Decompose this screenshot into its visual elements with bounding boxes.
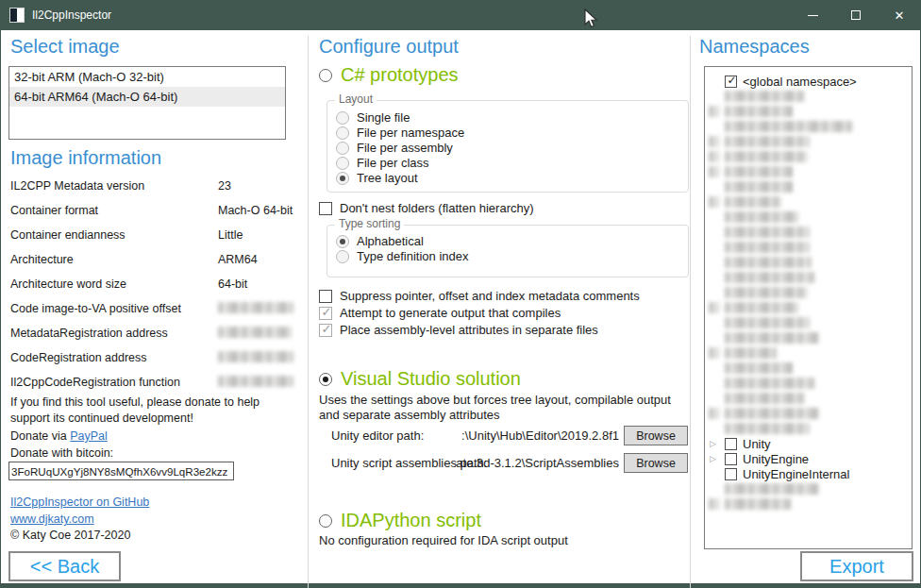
file-per-assembly-radio[interactable] <box>336 142 349 155</box>
info-label: MetadataRegistration address <box>10 327 218 340</box>
tree-layout-radio[interactable] <box>336 172 349 185</box>
separate-attributes-checkbox[interactable]: ✓ <box>319 324 332 337</box>
tree-layout-label: Tree layout <box>357 171 418 185</box>
idapython-radio[interactable] <box>319 514 332 528</box>
namespace-checkbox[interactable] <box>725 468 737 480</box>
idapython-option[interactable]: IDAPython script <box>319 510 481 531</box>
namespace-item-redacted[interactable] <box>705 421 912 436</box>
layout-option-tree-layout[interactable]: Tree layout <box>336 171 418 185</box>
namespace-item-redacted[interactable] <box>705 330 912 345</box>
namespaces-tree[interactable]: ✓<global namespace>▷Unity▷UnityEngineUni… <box>704 66 913 549</box>
info-row: Architecture word size64-bit <box>10 277 293 291</box>
namespace-item-redacted[interactable] <box>705 225 912 240</box>
redacted-namespace <box>725 498 791 510</box>
namespace-item-redacted[interactable] <box>705 496 912 512</box>
namespace-item[interactable]: ▷UnityEngine <box>705 451 912 466</box>
layout-group-label: Layout <box>335 92 377 106</box>
visual-studio-option[interactable]: Visual Studio solution <box>319 368 521 390</box>
flatten-hierarchy-option[interactable]: Don't nest folders (flatten hierarchy) <box>319 201 534 215</box>
image-listbox[interactable]: 32-bit ARM (Mach-O 32-bit)64-bit ARM64 (… <box>8 66 286 140</box>
paypal-link[interactable]: PayPal <box>70 429 108 443</box>
expander-icon[interactable]: ▷ <box>710 439 719 448</box>
csharp-prototypes-option[interactable]: C# prototypes <box>319 64 459 86</box>
image-list-item[interactable]: 64-bit ARM64 (Mach-O 64-bit) <box>9 87 285 107</box>
unity-editor-path-label: Unity editor path: <box>331 428 424 444</box>
namespace-item-redacted[interactable] <box>705 164 912 179</box>
visual-studio-radio[interactable] <box>319 373 332 386</box>
github-link[interactable]: Il2CppInspector on GitHub <box>10 496 149 509</box>
namespace-checkbox[interactable] <box>725 453 737 465</box>
namespace-item-redacted[interactable] <box>705 300 912 315</box>
namespace-item-redacted[interactable] <box>705 315 912 330</box>
namespace-item-redacted[interactable] <box>705 285 912 300</box>
namespace-checkbox[interactable] <box>725 438 737 450</box>
csharp-prototypes-radio[interactable] <box>319 69 332 82</box>
export-button[interactable]: Export <box>800 551 913 581</box>
layout-option-file-per-namespace[interactable]: File per namespace <box>336 126 464 140</box>
redacted-namespace <box>725 302 798 313</box>
namespace-item-redacted[interactable] <box>705 376 912 391</box>
namespace-checkbox[interactable]: ✓ <box>725 76 737 88</box>
redacted-value <box>218 302 293 313</box>
namespace-item-redacted[interactable] <box>705 89 912 104</box>
donate-text: If you find this tool useful, please don… <box>10 395 295 427</box>
namespace-item-redacted[interactable] <box>705 481 912 496</box>
website-link[interactable]: www.djkaty.com <box>10 512 94 526</box>
compilable-output-option[interactable]: ✓ Attempt to generate output that compil… <box>319 306 561 320</box>
browse-editor-button[interactable]: Browse <box>624 426 688 445</box>
namespace-item-redacted[interactable] <box>705 270 912 285</box>
compilable-output-checkbox[interactable]: ✓ <box>319 307 332 320</box>
single-file-radio[interactable] <box>336 111 349 125</box>
namespace-item-redacted[interactable] <box>705 149 912 164</box>
sorting-option-alphabetical[interactable]: Alphabetical <box>336 234 424 248</box>
back-button[interactable]: << Back <box>8 551 121 581</box>
flatten-hierarchy-checkbox[interactable] <box>319 202 332 215</box>
namespace-item-redacted[interactable] <box>705 179 912 194</box>
namespace-item-redacted[interactable] <box>705 240 912 255</box>
namespace-item-redacted[interactable] <box>705 119 912 134</box>
type-definition-index-radio[interactable] <box>336 250 349 263</box>
suppress-comments-checkbox[interactable] <box>319 290 332 303</box>
redacted-namespace <box>725 211 798 223</box>
namespace-item[interactable]: ✓<global namespace> <box>705 74 912 89</box>
minimize-button[interactable] <box>791 0 834 30</box>
layout-option-file-per-class[interactable]: File per class <box>336 156 429 170</box>
namespace-item-redacted[interactable] <box>705 104 912 119</box>
minimize-icon <box>808 15 818 16</box>
alphabetical-radio[interactable] <box>336 235 349 248</box>
separate-attributes-label: Place assembly-level attributes in separ… <box>340 323 598 337</box>
divider-middle-right <box>690 36 691 588</box>
namespace-item-redacted[interactable] <box>705 406 912 421</box>
namespace-item-redacted[interactable] <box>705 134 912 149</box>
layout-option-single-file[interactable]: Single file <box>336 110 410 125</box>
namespace-item-redacted[interactable] <box>705 345 912 361</box>
suppress-comments-option[interactable]: Suppress pointer, offset and index metad… <box>319 289 640 303</box>
namespace-item-redacted[interactable] <box>705 210 912 225</box>
namespace-item[interactable]: UnityEngineInternal <box>705 466 912 481</box>
close-button[interactable]: ✕ <box>878 0 921 30</box>
layout-option-file-per-assembly[interactable]: File per assembly <box>336 141 453 155</box>
expander-icon[interactable]: ▷ <box>710 454 719 463</box>
separate-attributes-option[interactable]: ✓ Place assembly-level attributes in sep… <box>319 323 598 337</box>
namespace-item-redacted[interactable] <box>705 255 912 270</box>
maximize-button[interactable] <box>834 0 878 30</box>
image-list-item[interactable]: 32-bit ARM (Mach-O 32-bit) <box>9 67 285 87</box>
namespace-item-redacted[interactable] <box>705 361 912 376</box>
namespace-item[interactable]: ▷Unity <box>705 436 912 451</box>
sorting-option-type-definition-index[interactable]: Type definition index <box>336 249 469 263</box>
divider-left-middle <box>308 36 309 588</box>
namespace-item-redacted[interactable] <box>705 391 912 406</box>
redacted-namespace <box>725 106 793 117</box>
unity-editor-path-value[interactable]: :\Unity\Hub\Editor\2019.2.8f1 <box>430 428 619 444</box>
redacted-namespace <box>725 242 810 253</box>
unity-assemblies-path-value[interactable]: ate.3d-3.1.2\ScriptAssemblies <box>430 455 619 471</box>
file-per-class-radio[interactable] <box>336 157 349 170</box>
redacted-expander <box>709 498 719 510</box>
file-per-namespace-radio[interactable] <box>336 126 349 140</box>
redacted-expander <box>709 106 719 117</box>
redacted-namespace <box>725 362 793 374</box>
browse-assemblies-button[interactable]: Browse <box>624 453 688 473</box>
redacted-namespace <box>725 408 819 419</box>
bitcoin-address-input[interactable] <box>8 462 234 480</box>
namespace-item-redacted[interactable] <box>705 194 912 210</box>
